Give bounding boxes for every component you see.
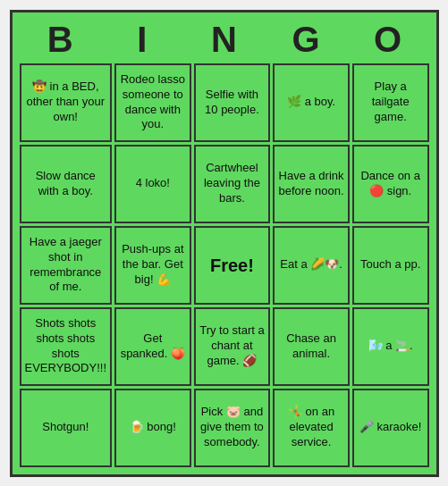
cell-o4[interactable]: 🌬️ a 🚬. bbox=[352, 307, 429, 386]
cell-i4[interactable]: Get spanked. 🍑 bbox=[114, 307, 191, 386]
cell-i5[interactable]: 🍺 bong! bbox=[114, 389, 191, 467]
letter-g: G bbox=[266, 20, 345, 60]
cell-o5[interactable]: 🎤 karaoke! bbox=[352, 389, 429, 467]
cell-i1[interactable]: Rodeo lasso someone to dance with you. bbox=[114, 63, 191, 142]
letter-i: I bbox=[103, 20, 182, 60]
cell-o3[interactable]: Touch a pp. bbox=[352, 226, 429, 305]
cell-n5[interactable]: Pick 🐷 and give them to somebody. bbox=[194, 389, 271, 467]
cell-b3[interactable]: Have a jaeger shot in remembrance of me. bbox=[20, 226, 113, 305]
bingo-card: B I N G O 🤠 in a BED, other than your ow… bbox=[10, 10, 439, 477]
cell-i3[interactable]: Push-ups at the bar. Get big! 💪 bbox=[114, 226, 191, 305]
cell-g1[interactable]: 🌿 a boy. bbox=[273, 63, 350, 142]
cell-o1[interactable]: Play a tailgate game. bbox=[352, 63, 429, 142]
cell-b4[interactable]: Shots shots shots shots shots EVERYBODY!… bbox=[20, 307, 113, 386]
bingo-header: B I N G O bbox=[20, 20, 429, 60]
cell-n3[interactable]: Free! bbox=[194, 226, 271, 305]
cell-n2[interactable]: Cartwheel leaving the bars. bbox=[194, 145, 271, 223]
cell-b2[interactable]: Slow dance with a boy. bbox=[20, 145, 113, 223]
cell-g4[interactable]: Chase an animal. bbox=[273, 307, 350, 386]
cell-b1[interactable]: 🤠 in a BED, other than your own! bbox=[20, 63, 113, 142]
cell-o2[interactable]: Dance on a 🔴 sign. bbox=[352, 145, 429, 223]
cell-g3[interactable]: Eat a 🌽🐶. bbox=[273, 226, 350, 305]
cell-i2[interactable]: 4 loko! bbox=[114, 145, 191, 223]
cell-g2[interactable]: Have a drink before noon. bbox=[273, 145, 350, 223]
letter-n: N bbox=[184, 20, 263, 60]
cell-g5[interactable]: 🤸 on an elevated service. bbox=[273, 389, 350, 467]
cell-n4[interactable]: Try to start a chant at game. 🏈 bbox=[194, 307, 271, 386]
letter-b: B bbox=[21, 20, 99, 60]
letter-o: O bbox=[349, 20, 427, 60]
cell-b5[interactable]: Shotgun! bbox=[20, 389, 113, 467]
bingo-grid: 🤠 in a BED, other than your own!Rodeo la… bbox=[20, 63, 429, 467]
cell-n1[interactable]: Selfie with 10 people. bbox=[194, 63, 271, 142]
